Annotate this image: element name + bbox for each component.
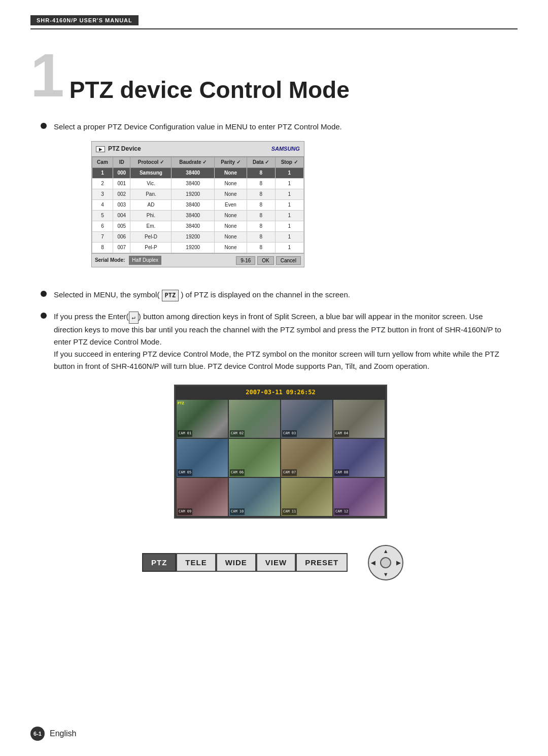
bullet-dot-1: [41, 123, 47, 129]
ptz-table-footer: Serial Mode: Half Duplex 9-16 OK Cancel: [92, 253, 304, 267]
bullet-dot-3: [41, 313, 47, 319]
table-row: 4003AD38400Even81: [92, 200, 303, 211]
ptz-key-wide[interactable]: WIDE: [216, 553, 256, 572]
cam-label: CAM 12: [334, 508, 349, 515]
ptz-key-preset[interactable]: PRESET: [296, 553, 348, 572]
ptz-device-table: ▶ PTZ Device SAMSUNG Cam ID Protocol ✓ B…: [91, 141, 304, 267]
enter-symbol: ↵: [129, 312, 139, 323]
col-id: ID: [113, 157, 130, 168]
chapter-number: 1: [30, 45, 64, 106]
dpad-left-arrow[interactable]: ◀: [371, 559, 375, 566]
chapter-title: PTZ device Control Mode: [70, 78, 350, 106]
cam-cell: PTZCAM 01: [177, 400, 228, 438]
cam-label: CAM 08: [334, 469, 349, 476]
dpad-right-arrow[interactable]: ▶: [396, 559, 400, 566]
table-row: 2001Vic.38400None81: [92, 179, 303, 189]
cam-cell: CAM 06: [229, 439, 280, 477]
footer-badge: 6-1: [30, 727, 45, 741]
cam-cell: CAM 08: [333, 439, 385, 477]
ptz-key-view[interactable]: VIEW: [256, 553, 296, 572]
manual-title: SHR-4160N/P USER'S MANUAL: [37, 17, 132, 23]
header-rule: [30, 28, 518, 29]
cam-cell: CAM 05: [177, 439, 228, 477]
header-bar: SHR-4160N/P USER'S MANUAL: [30, 15, 139, 25]
ptz-data-table: Cam ID Protocol ✓ Baudrate ✓ Parity ✓ Da…: [92, 157, 304, 253]
bullet-text-1: Select a proper PTZ Device Configuration…: [54, 121, 342, 280]
footer-language: English: [50, 729, 76, 738]
ptz-table-header-left: ▶ PTZ Device: [96, 144, 141, 154]
bullet-item-3: If you press the Enter(↵) button among d…: [41, 311, 507, 530]
bullet-item-1: Select a proper PTZ Device Configuration…: [41, 121, 507, 280]
main-content: Select a proper PTZ Device Configuration…: [41, 121, 507, 580]
footer: 6-1 English: [30, 727, 76, 741]
cam-grid-container: 2007-03-11 09:26:52 PTZCAM 01CAM 02CAM 0…: [174, 385, 387, 519]
bullet-item-2: Selected in MENU, the symbol( PTZ ) of P…: [41, 289, 507, 301]
directional-pad: ▲ ▼ ◀ ▶: [368, 545, 403, 580]
cam-label: CAM 09: [178, 508, 192, 515]
cam-cell: CAM 10: [229, 478, 280, 516]
btn-ok[interactable]: OK: [257, 256, 273, 265]
dpad-down-arrow[interactable]: ▼: [383, 571, 389, 577]
bullet-dot-2: [41, 291, 47, 297]
cam-cell: CAM 09: [177, 478, 228, 516]
bullet-text-2: Selected in MENU, the symbol( PTZ ) of P…: [54, 289, 350, 301]
cam-cell: CAM 07: [281, 439, 332, 477]
table-row: 1000Samsung38400None81: [92, 168, 303, 179]
ptz-table-icon: ▶: [96, 146, 105, 152]
serial-mode-label: Serial Mode:: [95, 256, 125, 264]
chapter-heading: 1 PTZ device Control Mode: [30, 45, 518, 106]
col-parity: Parity ✓: [215, 157, 247, 168]
table-row: 6005Em.38400None81: [92, 221, 303, 232]
col-cam: Cam: [92, 157, 113, 168]
cam-cell: CAM 04: [333, 400, 385, 438]
serial-mode-value: Half Duplex: [129, 256, 161, 265]
cam-label: CAM 02: [230, 430, 245, 437]
col-protocol: Protocol ✓: [130, 157, 172, 168]
dpad-outer: ▲ ▼ ◀ ▶: [368, 545, 403, 580]
cam-cell: CAM 11: [281, 478, 332, 516]
table-row: 5004Phi.38400None81: [92, 211, 303, 221]
cam-label: CAM 05: [178, 469, 192, 476]
dpad-up-arrow[interactable]: ▲: [383, 548, 389, 554]
cam-grid-datetime: 2007-03-11 09:26:52: [176, 386, 386, 399]
cam-label: CAM 01: [178, 430, 192, 437]
cam-cell: CAM 12: [333, 478, 385, 516]
ptz-buttons-row: PTZTELEWIDEVIEWPRESET ▲ ▼ ◀ ▶: [142, 545, 507, 580]
ptz-key-tele[interactable]: TELE: [176, 553, 216, 572]
btn-cancel[interactable]: Cancel: [276, 256, 301, 265]
cam-label: CAM 11: [282, 508, 297, 515]
ptz-symbol-inline: PTZ: [162, 290, 179, 301]
cam-label: CAM 07: [282, 469, 297, 476]
col-stop: Stop ✓: [275, 157, 303, 168]
cam-grid: PTZCAM 01CAM 02CAM 03CAM 04CAM 05CAM 06C…: [176, 399, 386, 517]
btn-9-16[interactable]: 9-16: [236, 256, 255, 265]
cam-label: CAM 10: [230, 508, 245, 515]
cam-label: CAM 06: [230, 469, 245, 476]
ptz-key-buttons: PTZTELEWIDEVIEWPRESET: [142, 553, 348, 572]
col-data: Data ✓: [247, 157, 275, 168]
dpad-center-button[interactable]: [380, 557, 391, 568]
samsung-logo: SAMSUNG: [271, 145, 300, 154]
cam-cell: CAM 02: [229, 400, 280, 438]
table-row: 8007Pel-P19200None81: [92, 243, 303, 253]
cam-label: CAM 04: [334, 430, 349, 437]
ptz-table-title: PTZ Device: [108, 144, 141, 154]
ptz-footer-buttons: 9-16 OK Cancel: [236, 256, 301, 265]
table-row: 7006Pel-D19200None81: [92, 232, 303, 243]
cam-ptz-badge: PTZ: [178, 401, 184, 406]
ptz-key-ptz[interactable]: PTZ: [142, 553, 176, 572]
cam-cell: CAM 03: [281, 400, 332, 438]
ptz-table-header: ▶ PTZ Device SAMSUNG: [92, 142, 304, 157]
bullet-text-3: If you press the Enter(↵) button among d…: [54, 311, 507, 530]
cam-label: CAM 03: [282, 430, 297, 437]
table-row: 3002Pan.19200None81: [92, 189, 303, 200]
col-baudrate: Baudrate ✓: [172, 157, 215, 168]
